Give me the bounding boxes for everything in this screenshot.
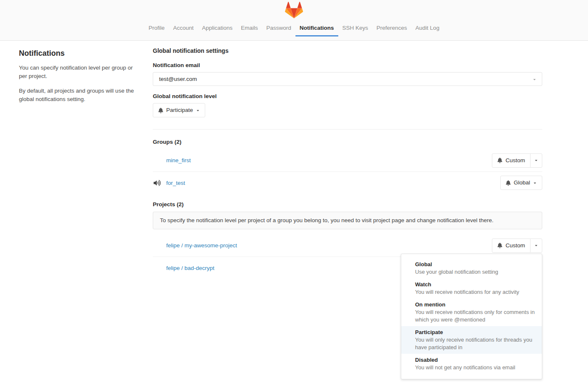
tab-profile[interactable]: Profile [144,21,169,36]
dropdown-item-desc: You will receive notifications for any a… [415,288,535,296]
group-level-value: Custom [505,157,525,164]
notification-email-value: test@user.com [159,76,197,82]
group-link-mine-first[interactable]: mine_first [166,157,191,163]
group-link-for-test[interactable]: for_test [166,180,185,186]
dropdown-item-global[interactable]: Global Use your global notification sett… [401,258,542,278]
notification-settings-panel: Global notification settings Notificatio… [153,46,542,279]
projects-list: felipe / my-awesome-project Custom [153,234,542,279]
dropdown-item-desc: You will not get any notifications via e… [415,364,535,371]
caret-down-icon [534,158,538,162]
tab-audit-log[interactable]: Audit Log [411,21,444,36]
global-notification-level-label: Global notification level [153,93,542,99]
group-level-caret-mine-first[interactable] [530,153,542,168]
tab-preferences[interactable]: Preferences [372,21,411,36]
project-link-bad-decrypt[interactable]: felipe / bad-decrypt [166,265,214,271]
group-level-split-button: Custom [492,153,542,168]
dropdown-item-title: Participate [415,329,535,336]
project-level-button-my-awesome-project[interactable]: Custom [492,239,531,253]
sidebar: Notifications You can specify notificati… [19,46,153,279]
dropdown-item-desc: Use your global notification setting [415,268,535,276]
group-level-value: Global [514,179,530,187]
caret-down-icon [533,181,537,185]
tab-ssh-keys[interactable]: SSH Keys [338,21,373,36]
dropdown-item-disabled[interactable]: Disabled You will not get any notificati… [401,354,542,374]
dropdown-item-title: Global [415,261,535,268]
project-level-split-button: Custom [492,239,542,253]
tab-account[interactable]: Account [169,21,198,36]
groups-list: mine_first Custom [153,149,542,194]
caret-down-icon [534,244,538,247]
dropdown-item-title: On mention [415,301,535,309]
group-row-mine-first: mine_first Custom [153,149,542,171]
dropdown-item-on-mention[interactable]: On mention You will receive notification… [401,298,542,326]
volume-up-icon [154,180,161,186]
caret-down-icon [196,109,200,112]
tab-applications[interactable]: Applications [198,21,237,36]
tab-emails[interactable]: Emails [237,21,262,36]
project-link-my-awesome-project[interactable]: felipe / my-awesome-project [166,242,237,249]
bell-icon [497,158,502,163]
sidebar-description-2: By default, all projects and groups will… [19,87,141,104]
bell-icon [158,108,163,113]
bell-icon [506,180,511,186]
groups-title: Groups (2) [153,139,542,145]
project-row-my-awesome-project: felipe / my-awesome-project Custom [153,234,542,257]
section-divider [153,129,542,130]
tab-password[interactable]: Password [262,21,295,36]
dropdown-item-desc: You will only receive notifications for … [415,336,535,351]
dropdown-item-participate[interactable]: Participate You will only receive notifi… [401,326,542,354]
dropdown-item-title: Disabled [415,356,535,364]
profile-nav-tabs: Profile Account Applications Emails Pass… [0,21,588,36]
global-settings-title: Global notification settings [153,47,542,54]
notification-email-select[interactable]: test@user.com [153,72,542,86]
projects-title: Projects (2) [153,201,542,207]
dropdown-item-watch[interactable]: Watch You will receive notifications for… [401,278,542,298]
group-row-for-test: for_test Global [153,171,542,194]
projects-notice: To specify the notification level per pr… [153,212,542,229]
tab-notifications[interactable]: Notifications [295,21,338,36]
notification-email-label: Notification email [153,62,542,68]
gitlab-logo-icon[interactable] [285,2,303,18]
project-level-value: Custom [505,242,525,249]
project-level-caret-my-awesome-project[interactable] [530,239,542,253]
bell-icon [497,243,502,248]
page-title: Notifications [19,49,141,58]
notification-level-dropdown: Global Use your global notification sett… [401,254,542,379]
caret-down-icon [533,78,536,81]
global-level-value: Participate [166,106,193,114]
dropdown-item-desc: You will receive notifications only for … [415,309,535,324]
group-level-button-for-test[interactable]: Global [500,176,542,190]
sidebar-description-1: You can specify notification level per g… [19,64,141,81]
group-level-button-mine-first[interactable]: Custom [492,153,531,168]
profile-settings-header: Profile Account Applications Emails Pass… [0,0,588,41]
dropdown-item-title: Watch [415,281,535,288]
global-level-button[interactable]: Participate [153,103,205,117]
